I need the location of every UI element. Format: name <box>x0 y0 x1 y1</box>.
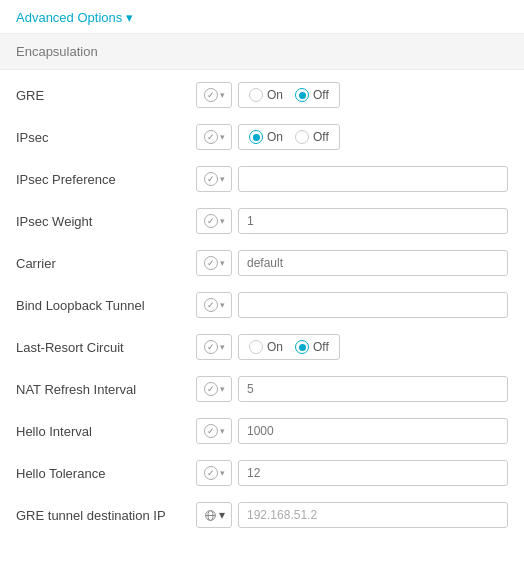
text-input-hello_interval[interactable] <box>238 418 508 444</box>
field-label-ipsec: IPsec <box>16 130 196 145</box>
check-icon: ✓ <box>204 340 218 354</box>
select-btn-ipsec[interactable]: ✓▾ <box>196 124 232 150</box>
text-input-bind_loopback[interactable] <box>238 292 508 318</box>
check-icon: ✓ <box>204 382 218 396</box>
fields-container: GRE✓▾OnOffIPsec✓▾OnOffIPsec Preference✓▾… <box>0 74 524 536</box>
field-row-gre: GRE✓▾OnOff <box>0 74 524 116</box>
check-icon: ✓ <box>204 172 218 186</box>
radio-label-last_resort-on: On <box>267 340 283 354</box>
dropdown-arrow-icon: ▾ <box>220 426 225 436</box>
field-row-ipsec: IPsec✓▾OnOff <box>0 116 524 158</box>
select-btn-ipsec_preference[interactable]: ✓▾ <box>196 166 232 192</box>
field-label-ipsec_preference: IPsec Preference <box>16 172 196 187</box>
globe-icon <box>204 509 217 522</box>
dropdown-arrow-icon: ▾ <box>220 468 225 478</box>
field-row-bind_loopback: Bind Loopback Tunnel✓▾ <box>0 284 524 326</box>
chevron-down-icon: ▾ <box>126 10 133 25</box>
radio-circle-ipsec-on <box>249 130 263 144</box>
radio-group-ipsec: OnOff <box>238 124 340 150</box>
field-label-last_resort: Last-Resort Circuit <box>16 340 196 355</box>
radio-circle-gre-off <box>295 88 309 102</box>
radio-label-gre-on: On <box>267 88 283 102</box>
field-control-hello_tolerance: ✓▾ <box>196 460 508 486</box>
select-btn-last_resort[interactable]: ✓▾ <box>196 334 232 360</box>
dropdown-arrow-icon: ▾ <box>220 300 225 310</box>
radio-circle-gre-on <box>249 88 263 102</box>
advanced-options-header[interactable]: Advanced Options ▾ <box>0 0 524 33</box>
field-row-hello_interval: Hello Interval✓▾ <box>0 410 524 452</box>
field-row-hello_tolerance: Hello Tolerance✓▾ <box>0 452 524 494</box>
text-input-ipsec_weight[interactable] <box>238 208 508 234</box>
field-control-last_resort: ✓▾OnOff <box>196 334 508 360</box>
field-row-last_resort: Last-Resort Circuit✓▾OnOff <box>0 326 524 368</box>
text-input-nat_refresh[interactable] <box>238 376 508 402</box>
radio-option-ipsec-on[interactable]: On <box>249 130 283 144</box>
field-row-carrier: Carrier✓▾ <box>0 242 524 284</box>
radio-label-ipsec-off: Off <box>313 130 329 144</box>
radio-circle-last_resort-on <box>249 340 263 354</box>
dropdown-arrow-icon: ▾ <box>220 90 225 100</box>
radio-option-last_resort-on[interactable]: On <box>249 340 283 354</box>
field-row-ipsec_preference: IPsec Preference✓▾ <box>0 158 524 200</box>
field-control-ipsec: ✓▾OnOff <box>196 124 508 150</box>
radio-circle-ipsec-off <box>295 130 309 144</box>
check-icon: ✓ <box>204 256 218 270</box>
advanced-options-label: Advanced Options <box>16 10 122 25</box>
radio-group-last_resort: OnOff <box>238 334 340 360</box>
text-input-carrier[interactable] <box>238 250 508 276</box>
radio-option-gre-on[interactable]: On <box>249 88 283 102</box>
field-label-gre: GRE <box>16 88 196 103</box>
field-label-hello_tolerance: Hello Tolerance <box>16 466 196 481</box>
dropdown-arrow-icon: ▾ <box>220 384 225 394</box>
field-control-bind_loopback: ✓▾ <box>196 292 508 318</box>
dropdown-arrow-icon: ▾ <box>220 342 225 352</box>
select-btn-carrier[interactable]: ✓▾ <box>196 250 232 276</box>
dropdown-arrow-icon: ▾ <box>219 508 225 522</box>
radio-group-gre: OnOff <box>238 82 340 108</box>
select-btn-hello_interval[interactable]: ✓▾ <box>196 418 232 444</box>
select-btn-bind_loopback[interactable]: ✓▾ <box>196 292 232 318</box>
select-btn-gre[interactable]: ✓▾ <box>196 82 232 108</box>
check-icon: ✓ <box>204 466 218 480</box>
field-control-nat_refresh: ✓▾ <box>196 376 508 402</box>
check-icon: ✓ <box>204 130 218 144</box>
field-row-ipsec_weight: IPsec Weight✓▾ <box>0 200 524 242</box>
check-icon: ✓ <box>204 298 218 312</box>
encapsulation-label: Encapsulation <box>16 44 98 59</box>
dropdown-arrow-icon: ▾ <box>220 132 225 142</box>
radio-option-last_resort-off[interactable]: Off <box>295 340 329 354</box>
radio-label-ipsec-on: On <box>267 130 283 144</box>
text-input-gre_tunnel_dest[interactable] <box>238 502 508 528</box>
text-input-hello_tolerance[interactable] <box>238 460 508 486</box>
radio-label-last_resort-off: Off <box>313 340 329 354</box>
select-btn-hello_tolerance[interactable]: ✓▾ <box>196 460 232 486</box>
field-label-carrier: Carrier <box>16 256 196 271</box>
select-btn-nat_refresh[interactable]: ✓▾ <box>196 376 232 402</box>
field-label-gre_tunnel_dest: GRE tunnel destination IP <box>16 508 196 523</box>
field-control-hello_interval: ✓▾ <box>196 418 508 444</box>
field-label-nat_refresh: NAT Refresh Interval <box>16 382 196 397</box>
encapsulation-section-header: Encapsulation <box>0 33 524 70</box>
field-row-gre_tunnel_dest: GRE tunnel destination IP▾ <box>0 494 524 536</box>
field-control-carrier: ✓▾ <box>196 250 508 276</box>
select-btn-ipsec_weight[interactable]: ✓▾ <box>196 208 232 234</box>
check-icon: ✓ <box>204 88 218 102</box>
radio-option-ipsec-off[interactable]: Off <box>295 130 329 144</box>
radio-label-gre-off: Off <box>313 88 329 102</box>
dropdown-arrow-icon: ▾ <box>220 258 225 268</box>
field-control-ipsec_preference: ✓▾ <box>196 166 508 192</box>
radio-circle-last_resort-off <box>295 340 309 354</box>
radio-option-gre-off[interactable]: Off <box>295 88 329 102</box>
field-control-ipsec_weight: ✓▾ <box>196 208 508 234</box>
globe-btn-gre_tunnel_dest[interactable]: ▾ <box>196 502 232 528</box>
dropdown-arrow-icon: ▾ <box>220 174 225 184</box>
field-label-ipsec_weight: IPsec Weight <box>16 214 196 229</box>
dropdown-arrow-icon: ▾ <box>220 216 225 226</box>
field-control-gre_tunnel_dest: ▾ <box>196 502 508 528</box>
field-label-bind_loopback: Bind Loopback Tunnel <box>16 298 196 313</box>
check-icon: ✓ <box>204 424 218 438</box>
text-input-ipsec_preference[interactable] <box>238 166 508 192</box>
field-label-hello_interval: Hello Interval <box>16 424 196 439</box>
check-icon: ✓ <box>204 214 218 228</box>
field-control-gre: ✓▾OnOff <box>196 82 508 108</box>
